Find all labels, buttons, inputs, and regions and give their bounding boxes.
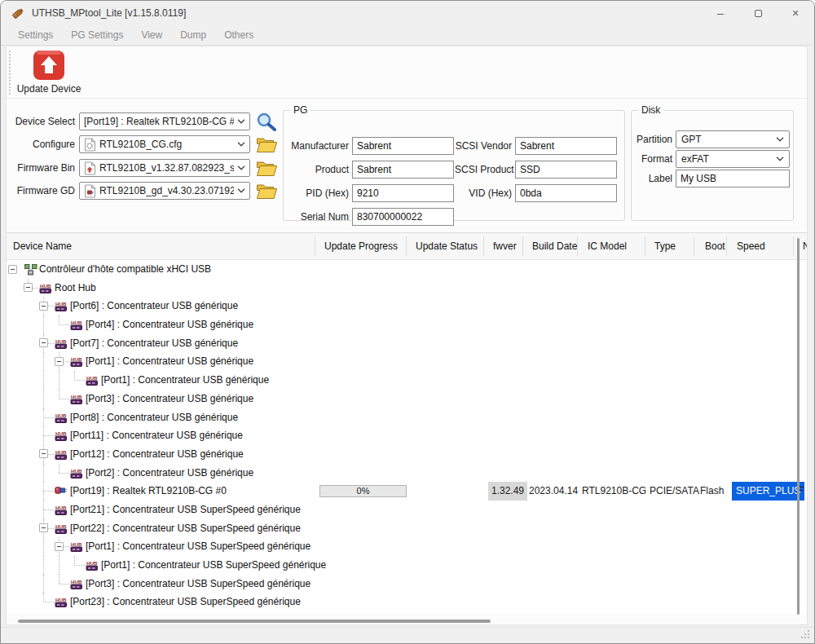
column-header-update-status[interactable]: Update Status [416,233,478,259]
tree-connector [59,371,59,390]
column-header-type[interactable]: Type [654,233,676,259]
menu-item-view[interactable]: View [132,29,171,41]
tree-collapse-toggle[interactable] [39,523,48,532]
menu-item-settings[interactable]: Settings [9,29,62,41]
tree-row[interactable]: HUBRoot Hub [7,279,807,298]
title-bar: UTHSB_MPtool_Lite [v1.15.8.0119] – × [1,1,814,25]
pid-hex-input[interactable] [352,184,454,202]
column-header-update-progress[interactable]: Update Progress [324,233,398,259]
column-header-speed[interactable]: Speed [737,233,765,259]
scsi-product-input[interactable] [515,161,617,179]
column-header-n[interactable]: N [803,233,807,259]
tree-node-label: [Port11] : Concentrateur USB générique [70,426,243,445]
tree-collapse-toggle[interactable] [39,302,48,311]
firmware-bin-browse-button[interactable] [256,160,278,177]
minimize-button[interactable]: – [702,1,739,25]
maximize-icon [755,10,762,17]
format-dropdown[interactable]: exFAT [676,150,790,168]
tree-row[interactable]: HUB[Port22] : Concentrateur USB SuperSpe… [7,519,807,538]
hub-icon: HUB [55,300,68,312]
horizontal-scrollbar[interactable] [18,620,491,623]
tree-row[interactable]: HUB[Port1] : Concentrateur USB générique [7,352,807,371]
close-button[interactable]: × [777,1,814,25]
maximize-button[interactable] [739,1,777,25]
vertical-scrollbar[interactable] [797,238,800,615]
tree-row[interactable]: HUB[Port3] : Concentrateur USB SuperSpee… [7,575,807,593]
partition-dropdown[interactable]: GPT [676,130,790,148]
firmware-gd-browse-button[interactable] [256,183,278,200]
scsi-product-label: SCSI Product [455,164,512,175]
tree-row[interactable]: HUB[Port12] : Concentrateur USB génériqu… [7,445,807,464]
tree-row[interactable]: HUB[Port4] : Concentrateur USB générique [7,315,807,334]
tree-row[interactable]: HUB[Port21] : Concentrateur USB SuperSpe… [7,501,807,519]
tree-row[interactable]: HUB[Port23] : Concentrateur USB SuperSpe… [7,593,807,611]
device-select-dropdown[interactable]: [Port19] : Realtek RTL9210B-CG #0 [79,112,250,130]
tree-row[interactable]: HUB[Port1] : Concentrateur USB générique [7,371,807,390]
column-separator[interactable] [577,236,578,256]
column-header-fwver[interactable]: fwver [493,233,517,259]
tree-row[interactable]: HUB[Port7] : Concentrateur USB générique [7,334,807,353]
tree-row[interactable]: HUB[Port2] : Concentrateur USB générique [7,464,807,483]
tree-row[interactable]: HUB[Port3] : Concentrateur USB générique [7,390,807,408]
tree-row-device[interactable]: [Port19] : Realtek RTL9210B-CG #00%1.32.… [7,482,807,501]
tree-row[interactable]: HUB[Port1] : Concentrateur USB SuperSpee… [7,556,807,575]
column-separator[interactable] [645,236,645,256]
scsi-vendor-input[interactable] [515,137,617,155]
column-separator[interactable] [406,236,407,256]
tree-row[interactable]: Contrôleur d'hôte compatible xHCI USB [7,260,807,279]
column-separator[interactable] [315,236,315,256]
column-header-boot[interactable]: Boot [705,233,725,259]
tree-row[interactable]: HUB[Port1] : Concentrateur USB SuperSpee… [7,537,807,556]
tree-row[interactable]: HUB[Port11] : Concentrateur USB génériqu… [7,426,807,445]
serial-num-input[interactable] [352,208,454,226]
resize-grip-icon[interactable] [800,629,811,642]
tree-collapse-toggle[interactable] [39,449,48,458]
column-separator[interactable] [522,236,523,256]
tree-row[interactable]: HUB[Port6] : Concentrateur USB générique [7,297,807,315]
tree-collapse-toggle[interactable] [39,338,48,347]
tree-row[interactable]: HUB[Port8] : Concentrateur USB générique [7,408,807,427]
svg-text:HUB: HUB [55,301,67,307]
tree-connector [59,324,71,325]
vid-hex-input[interactable] [515,184,617,202]
tree-connector [43,602,55,602]
tree-connector [43,509,55,510]
chevron-down-icon [776,137,784,142]
product-input[interactable] [352,161,454,179]
tree-collapse-toggle[interactable] [55,542,64,551]
update-progress-bar: 0% [319,485,407,497]
column-header-ic-model[interactable]: IC Model [588,233,627,259]
cell-speed-badge: SUPER_PLUS [732,482,804,501]
firmware-bin-dropdown[interactable]: RTL9210B_v1.32.87.082923_signed. [79,159,250,177]
column-header-device-name[interactable]: Device Name [13,233,72,259]
svg-text:HUB: HUB [71,541,82,547]
column-separator[interactable] [793,236,794,256]
svg-text:HUB: HUB [86,375,98,381]
tree-collapse-toggle[interactable] [24,283,33,292]
manufacturer-input[interactable] [352,137,454,155]
menu-item-pg-settings[interactable]: PG Settings [62,29,132,41]
firmware-gd-dropdown[interactable]: RTL9210B_gd_v4.30.23.071922.bin [79,182,250,200]
tree-node-label: [Port23] : Concentrateur USB SuperSpeed … [70,593,301,611]
column-separator[interactable] [483,236,484,256]
label-input[interactable] [676,170,790,187]
tree-collapse-toggle[interactable] [55,357,64,366]
column-separator[interactable] [726,236,727,256]
tree-connector [59,584,71,584]
search-device-button[interactable] [256,112,278,132]
device-select-value: [Port19] : Realtek RTL9210B-CG #0 [84,116,234,127]
tree-connector [74,380,86,381]
menu-item-dump[interactable]: Dump [171,29,215,41]
tree-collapse-toggle[interactable] [8,265,17,274]
field-pid-hex: PID (Hex) [284,184,454,202]
field-format: FormatexFAT [632,150,790,168]
configure-browse-button[interactable] [256,136,278,153]
menu-item-others[interactable]: Others [215,29,262,41]
update-device-button[interactable]: Update Device [16,49,82,98]
field-scsi-product: SCSI Product [455,161,617,179]
configure-dropdown[interactable]: RTL9210B_CG.cfg [79,135,250,153]
tree-node-label: [Port21] : Concentrateur USB SuperSpeed … [70,501,301,519]
format-value: exFAT [681,153,773,165]
column-separator[interactable] [694,236,694,256]
column-header-build-date[interactable]: Build Date [532,233,577,259]
